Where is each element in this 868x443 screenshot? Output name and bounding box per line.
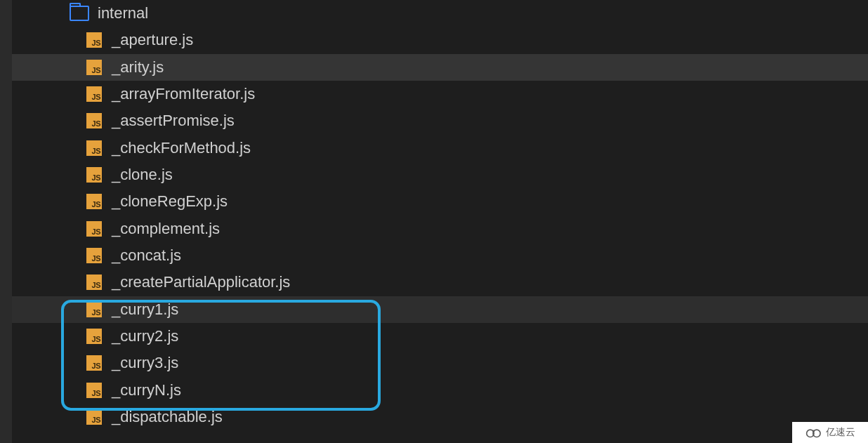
file-row-aperture[interactable]: JS _aperture.js <box>12 27 868 53</box>
js-file-icon: JS <box>86 86 102 102</box>
file-label: _assertPromise.js <box>112 112 235 130</box>
file-row-complement[interactable]: JS _complement.js <box>12 216 868 242</box>
js-file-icon: JS <box>86 302 102 317</box>
folder-row-internal[interactable]: internal <box>12 0 868 27</box>
file-label: _curry2.js <box>112 327 178 345</box>
file-label: _curryN.js <box>112 381 181 399</box>
folder-label: internal <box>98 4 148 22</box>
js-file-icon: JS <box>86 194 102 209</box>
js-file-icon: JS <box>86 248 102 263</box>
watermark-text: 亿速云 <box>826 426 855 439</box>
js-file-icon: JS <box>86 221 102 237</box>
js-file-icon: JS <box>86 275 102 290</box>
js-file-icon: JS <box>86 383 102 398</box>
file-label: _complement.js <box>112 220 220 238</box>
file-label: _arrayFromIterator.js <box>112 85 255 103</box>
file-row-clone[interactable]: JS _clone.js <box>12 161 868 188</box>
file-row-concat[interactable]: JS _concat.js <box>12 242 868 269</box>
js-file-icon: JS <box>86 60 102 75</box>
file-row-createpartialapplicator[interactable]: JS _createPartialApplicator.js <box>12 269 868 296</box>
watermark-badge: 亿速云 <box>792 422 868 443</box>
file-label: _dispatchable.js <box>112 408 223 426</box>
file-row-cloneregexp[interactable]: JS _cloneRegExp.js <box>12 188 868 215</box>
js-file-icon: JS <box>86 32 102 48</box>
js-file-icon: JS <box>86 113 102 128</box>
activity-bar-gutter <box>0 0 12 443</box>
folder-icon <box>70 6 89 21</box>
file-label: _cloneRegExp.js <box>112 192 228 211</box>
file-label: _createPartialApplicator.js <box>112 273 290 291</box>
js-file-icon: JS <box>86 140 102 156</box>
file-label: _arity.js <box>112 58 164 77</box>
cloud-icon <box>805 427 823 438</box>
file-label: _aperture.js <box>112 31 193 49</box>
file-label: _curry3.js <box>112 354 178 372</box>
file-row-arrayfromiterator[interactable]: JS _arrayFromIterator.js <box>12 81 868 107</box>
file-label: _curry1.js <box>112 300 178 319</box>
file-row-curry1[interactable]: JS _curry1.js <box>12 296 868 323</box>
file-row-checkformethod[interactable]: JS _checkForMethod.js <box>12 135 868 161</box>
js-file-icon: JS <box>86 167 102 183</box>
file-label: _checkForMethod.js <box>112 139 251 157</box>
file-label: _concat.js <box>112 246 181 265</box>
js-file-icon: JS <box>86 329 102 344</box>
file-row-curryn[interactable]: JS _curryN.js <box>12 377 868 404</box>
svg-point-2 <box>813 430 815 432</box>
js-file-icon: JS <box>86 409 102 425</box>
file-row-curry3[interactable]: JS _curry3.js <box>12 350 868 376</box>
file-row-dispatchable[interactable]: JS _dispatchable.js <box>12 404 868 430</box>
file-row-curry2[interactable]: JS _curry2.js <box>12 323 868 350</box>
file-tree: internal JS _aperture.js JS _arity.js JS… <box>12 0 868 443</box>
js-file-icon: JS <box>86 355 102 371</box>
file-row-assertpromise[interactable]: JS _assertPromise.js <box>12 107 868 134</box>
file-row-arity[interactable]: JS _arity.js <box>12 54 868 81</box>
file-label: _clone.js <box>112 166 173 184</box>
